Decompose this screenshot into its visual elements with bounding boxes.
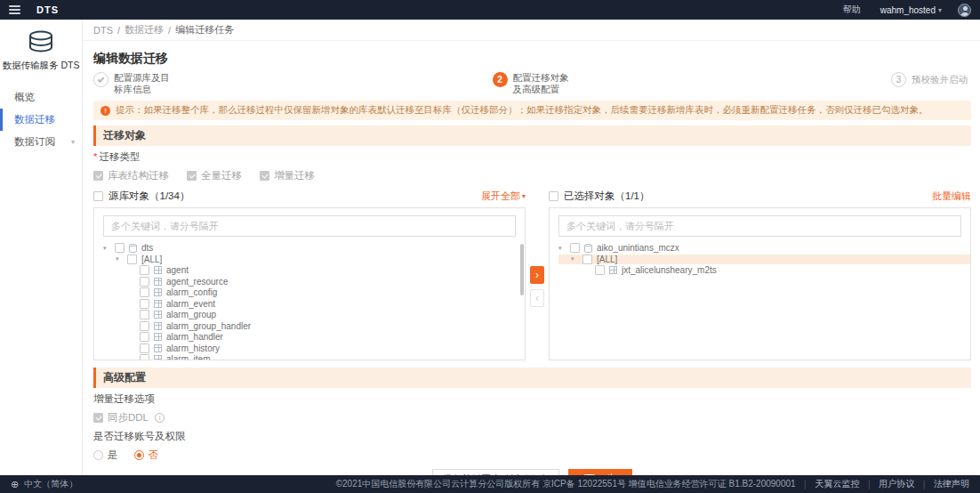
table-row: alarm_history	[103, 343, 516, 354]
table-checkbox[interactable]	[140, 343, 149, 353]
section-header-advanced: 高级配置	[93, 368, 971, 388]
alert-icon: !	[100, 106, 110, 116]
table-icon	[154, 355, 162, 360]
table-checkbox[interactable]	[140, 287, 149, 297]
radio-selected-icon	[134, 450, 144, 460]
expand-all-link[interactable]: 展开全部 ▾	[481, 190, 526, 203]
footer-bar: ⊕ 中文（简体） ©2021中国电信股份有限公司云计算分公司版权所有 京ICP备…	[0, 475, 980, 493]
sidebar-item-label: 概览	[14, 91, 35, 104]
product-logo	[0, 30, 82, 53]
page-title: 编辑数据迁移	[93, 51, 971, 67]
section-header-objects: 迁移对象	[93, 125, 971, 146]
breadcrumb-separator: /	[168, 25, 171, 36]
all-node-checkbox[interactable]	[582, 255, 592, 264]
table-name: alarm_handler	[166, 332, 223, 342]
next-step-button[interactable]: 下一步	[568, 469, 632, 475]
breadcrumb-data-migration[interactable]: 数据迁移	[125, 23, 164, 36]
breadcrumb-separator: /	[117, 25, 120, 36]
table-row: alarm_group_handler	[103, 321, 516, 332]
source-objects-panel: 源库对象（1/34） 展开全部 ▾ ▾	[93, 190, 526, 360]
caret-down-icon[interactable]: ▾	[103, 245, 110, 252]
table-name: agent	[166, 265, 189, 275]
selected-objects-panel: 已选择对象（1/1） 批量编辑 ▾ aiko_unintians_mczx	[549, 190, 971, 360]
caret-down-icon[interactable]: ▾	[116, 255, 123, 263]
object-selection-area: 源库对象（1/34） 展开全部 ▾ ▾	[93, 190, 971, 360]
sidebar-item-label: 数据迁移	[14, 113, 55, 126]
tree-row-database: ▾ dts	[103, 243, 516, 254]
table-checkbox[interactable]	[140, 265, 149, 275]
selected-search-input[interactable]	[558, 215, 961, 237]
save-for-later-button[interactable]: 保存并暂不启动迁移任务	[432, 469, 559, 475]
table-name: jxt_alicelunsheary_m2ts	[622, 265, 717, 275]
selected-panel-title: 已选择对象（1/1）	[564, 190, 650, 203]
table-checkbox[interactable]	[140, 321, 149, 331]
sidebar-item-data-migration[interactable]: 数据迁移	[0, 109, 82, 131]
migrate-type-options: 库表结构迁移 全量迁移 增量迁移	[93, 169, 971, 182]
radio-no-selected[interactable]: 否	[134, 449, 159, 462]
table-icon	[154, 311, 162, 319]
account-menu[interactable]: wahm_hosted ▾	[880, 5, 942, 15]
all-node-checkbox[interactable]	[127, 255, 137, 264]
database-name: dts	[141, 243, 153, 253]
move-left-button[interactable]: ‹	[530, 289, 544, 307]
sidebar-item-data-subscription[interactable]: 数据订阅 ▾	[0, 131, 82, 153]
table-name: alarm_item	[166, 354, 210, 360]
table-row: alarm_event	[103, 299, 516, 310]
table-name: alarm_history	[166, 343, 220, 353]
table-icon	[154, 322, 162, 330]
footer-link-legal[interactable]: 法律声明	[934, 478, 969, 490]
checkbox-checked-disabled	[260, 171, 269, 181]
table-checkbox[interactable]	[140, 310, 149, 319]
caret-down-icon[interactable]: ▾	[571, 255, 578, 263]
table-checkbox[interactable]	[140, 299, 149, 309]
source-select-all-checkbox[interactable]	[93, 191, 103, 201]
sidebar-item-overview[interactable]: 概览	[0, 86, 82, 109]
source-panel-header: 源库对象（1/34） 展开全部 ▾	[93, 190, 526, 203]
db-checkbox[interactable]	[570, 243, 580, 253]
table-row: alarm_item	[103, 354, 516, 360]
option-label: 全量迁移	[201, 169, 242, 182]
step-1-label: 配置源库及目标库信息	[114, 72, 170, 95]
sync-ddl-label: 同步DDL	[108, 411, 149, 424]
step-3-number-icon: 3	[891, 72, 906, 87]
user-avatar[interactable]	[958, 4, 971, 17]
all-node-label: [ALL]	[597, 255, 617, 264]
breadcrumb-dts[interactable]: DTS	[93, 25, 113, 36]
move-right-button[interactable]: ›	[530, 266, 544, 284]
migrate-account-label: 是否迁移账号及权限	[93, 430, 971, 443]
scrollbar-thumb[interactable]	[520, 244, 524, 295]
source-search-input[interactable]	[103, 215, 516, 237]
hamburger-menu-icon[interactable]	[9, 4, 20, 16]
option-label: 增量迁移	[274, 169, 315, 182]
database-logo-icon	[26, 30, 56, 53]
source-panel-title: 源库对象（1/34）	[108, 190, 189, 203]
source-table-list: agentagent_resourcealarm_configalarm_eve…	[103, 265, 516, 360]
help-link[interactable]: 帮助	[843, 4, 861, 16]
table-name: alarm_group	[166, 310, 216, 319]
table-checkbox[interactable]	[595, 265, 605, 275]
table-row: alarm_group	[103, 310, 516, 320]
footer-link-agreement[interactable]: 用户协议	[879, 478, 914, 490]
language-selector[interactable]: 中文（简体）	[24, 478, 77, 490]
radio-yes[interactable]: 是	[93, 449, 118, 462]
brand-title: DTS	[36, 4, 59, 15]
db-checkbox[interactable]	[115, 243, 125, 253]
table-checkbox[interactable]	[140, 277, 149, 287]
main-area: DTS / 数据迁移 / 编辑迁移任务 编辑数据迁移 配置源库及目标库信息	[83, 20, 980, 475]
migrate-account-radios: 是 否	[93, 449, 971, 462]
chevron-down-icon: ▾	[938, 6, 942, 14]
table-icon	[154, 278, 162, 286]
selected-select-all-checkbox[interactable]	[549, 191, 558, 201]
info-icon[interactable]: i	[155, 413, 165, 423]
table-checkbox[interactable]	[140, 354, 149, 360]
table-icon	[609, 266, 617, 274]
footer-link-monitor[interactable]: 天翼云监控	[815, 478, 859, 490]
form-actions: 保存并暂不启动迁移任务 下一步	[93, 469, 971, 475]
table-checkbox[interactable]	[140, 332, 149, 342]
table-name: alarm_event	[166, 299, 215, 309]
table-icon	[154, 344, 162, 352]
caret-down-icon[interactable]: ▾	[558, 245, 566, 252]
incremental-options-label: 增量迁移选项	[93, 392, 971, 406]
table-row: jxt_alicelunsheary_m2ts	[558, 265, 961, 276]
batch-edit-link[interactable]: 批量编辑	[932, 190, 971, 203]
